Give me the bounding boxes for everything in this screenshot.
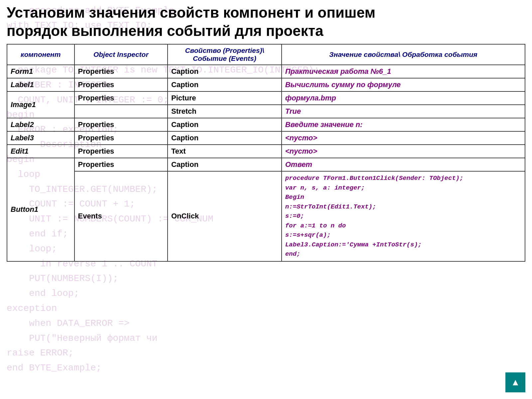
header-inspector: Object Inspector xyxy=(74,44,168,65)
inspector-image1-2 xyxy=(74,105,168,118)
component-label2: Label2 xyxy=(7,118,74,131)
property-edit1: Text xyxy=(168,145,282,158)
value-label1: Вычислить сумму по формуле xyxy=(282,78,525,91)
table-row: Stretch True xyxy=(7,105,525,118)
value-label3: <пусто> xyxy=(282,131,525,145)
property-label2: Caption xyxy=(168,118,282,131)
table-row: Edit1 Properties Text <пусто> xyxy=(7,145,525,158)
inspector-image1-1: Properties xyxy=(74,91,168,105)
inspector-form1: Properties xyxy=(74,65,168,78)
inspector-edit1: Properties xyxy=(74,145,168,158)
table-row: Label1 Properties Caption Вычислить сумм… xyxy=(7,78,525,91)
property-button1-onclick: OnClick xyxy=(168,171,282,261)
inspector-button1-events: Events xyxy=(74,171,168,261)
component-form1: Form1 xyxy=(7,65,74,78)
property-button1-caption: Caption xyxy=(168,158,282,171)
table-row: Events OnClick procedure TForm1.Button1C… xyxy=(7,171,525,261)
page-title: Установим значения свойств компонент и о… xyxy=(7,3,525,40)
inspector-label3: Properties xyxy=(74,131,168,145)
value-image1-picture: формула.bmp xyxy=(282,91,525,105)
component-image1: Image1 xyxy=(7,91,74,118)
property-form1: Caption xyxy=(168,65,282,78)
property-label1: Caption xyxy=(168,78,282,91)
header-value: Значение свойства\ Обработка события xyxy=(282,44,525,65)
value-image1-stretch: True xyxy=(282,105,525,118)
nav-up-button[interactable] xyxy=(505,372,525,392)
value-label2: Введите значение n: xyxy=(282,118,525,131)
table-row: Label3 Properties Caption <пусто> xyxy=(7,131,525,145)
value-button1-caption: Ответ xyxy=(282,158,525,171)
property-label3: Caption xyxy=(168,131,282,145)
properties-table: компонент Object Inspector Свойство (Pro… xyxy=(7,44,525,262)
inspector-button1-props: Properties xyxy=(74,158,168,171)
component-label1: Label1 xyxy=(7,78,74,91)
value-edit1: <пусто> xyxy=(282,145,525,158)
inspector-label2: Properties xyxy=(74,118,168,131)
property-image1-picture: Picture xyxy=(168,91,282,105)
inspector-label1: Properties xyxy=(74,78,168,91)
table-row: Form1 Properties Caption Практическая ра… xyxy=(7,65,525,78)
property-image1-stretch: Stretch xyxy=(168,105,282,118)
header-component: компонент xyxy=(7,44,74,65)
component-label3: Label3 xyxy=(7,131,74,145)
component-edit1: Edit1 xyxy=(7,145,74,158)
table-row: Button1 Properties Caption Ответ xyxy=(7,158,525,171)
main-content: Установим значения свойств компонент и о… xyxy=(0,0,532,399)
value-button1-onclick: procedure TForm1.Button1Click(Sender: TO… xyxy=(282,171,525,261)
value-form1: Практическая работа №6_1 xyxy=(282,65,525,78)
component-button1: Button1 xyxy=(7,158,74,261)
header-property: Свойство (Properties)\ Событие (Events) xyxy=(168,44,282,65)
table-row: Image1 Properties Picture формула.bmp xyxy=(7,91,525,105)
table-row: Label2 Properties Caption Введите значен… xyxy=(7,118,525,131)
